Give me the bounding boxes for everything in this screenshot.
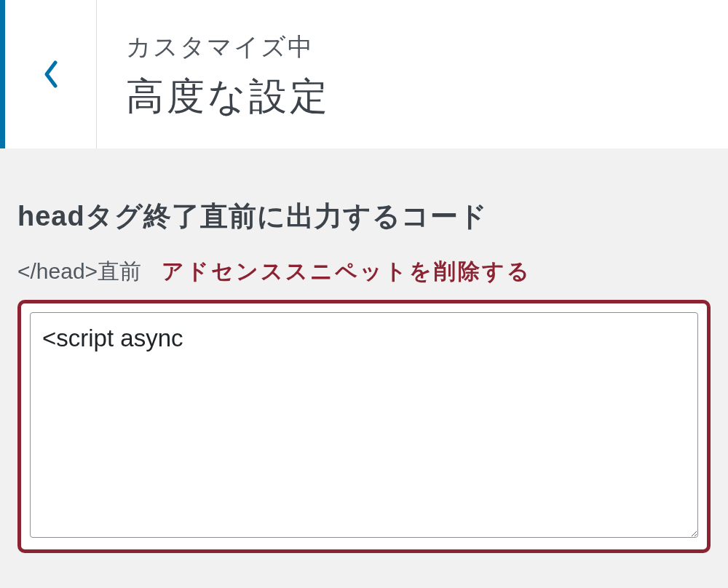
header-title: 高度な設定: [126, 71, 331, 122]
customizer-header: カスタマイズ中 高度な設定: [0, 0, 728, 148]
textarea-highlight-wrapper: [17, 300, 711, 553]
header-subtitle: カスタマイズ中: [126, 31, 331, 64]
chevron-left-icon: [41, 60, 61, 89]
back-button[interactable]: [5, 0, 97, 148]
content-area: headタグ終了直前に出力するコード </head>直前 アドセンススニペットを…: [0, 148, 728, 571]
delete-snippet-action[interactable]: アドセンススニペットを削除する: [162, 257, 531, 287]
description-label: </head>直前: [17, 257, 141, 287]
head-code-textarea[interactable]: [30, 312, 698, 538]
description-row: </head>直前 アドセンススニペットを削除する: [17, 257, 711, 287]
header-text: カスタマイズ中 高度な設定: [97, 0, 360, 148]
section-title: headタグ終了直前に出力するコード: [17, 198, 711, 235]
